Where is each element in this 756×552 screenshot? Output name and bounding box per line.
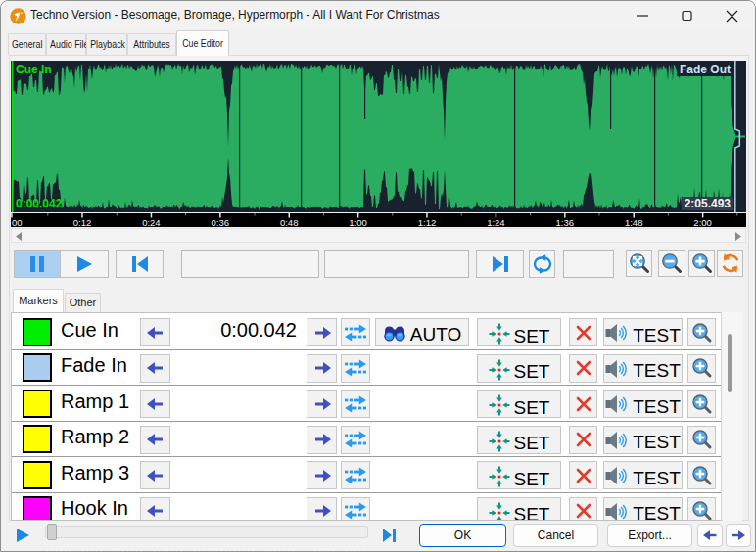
svg-text:1:00: 1:00 [349,217,367,228]
svg-text:00: 00 [12,217,23,228]
svg-text:1:12: 1:12 [418,217,437,228]
svg-text:0:12: 0:12 [73,217,92,228]
svg-text:0:48: 0:48 [280,217,299,228]
svg-text:1:24: 1:24 [487,217,505,228]
svg-text:1:48: 1:48 [625,217,643,228]
svg-text:2:00: 2:00 [693,217,712,228]
svg-text:0:24: 0:24 [142,217,161,228]
svg-text:0:36: 0:36 [212,217,230,228]
svg-text:1:36: 1:36 [556,217,575,228]
